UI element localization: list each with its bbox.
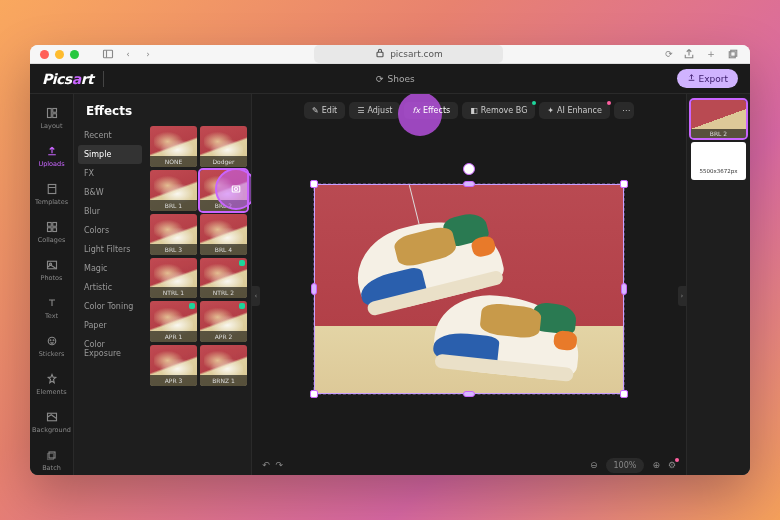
resize-handle[interactable] bbox=[463, 181, 475, 187]
resize-handle[interactable] bbox=[620, 390, 628, 398]
address-bar[interactable]: picsart.com bbox=[314, 45, 503, 63]
rail-elements[interactable]: Elements bbox=[32, 366, 72, 402]
effect-thumb[interactable]: APR 3 bbox=[150, 345, 197, 386]
layer-canvas[interactable]: 5500x3672px bbox=[691, 142, 746, 180]
rail-background[interactable]: Background bbox=[32, 404, 72, 440]
tab-removebg[interactable]: ◧Remove BG bbox=[462, 102, 535, 119]
titlebar: ‹ › picsart.com ⟳ + bbox=[30, 45, 750, 64]
effect-thumb[interactable]: Dodger bbox=[200, 126, 247, 167]
window-controls bbox=[40, 50, 79, 59]
rail-stickers[interactable]: Stickers bbox=[32, 328, 72, 364]
left-rail: Layout Uploads Templates Collages Photos… bbox=[30, 94, 74, 475]
svg-rect-10 bbox=[47, 223, 51, 227]
svg-rect-22 bbox=[232, 186, 240, 192]
cat-magic[interactable]: Magic bbox=[74, 259, 146, 278]
url-text: picsart.com bbox=[390, 49, 443, 59]
settings-icon[interactable]: ⚙ bbox=[668, 460, 676, 470]
svg-rect-12 bbox=[47, 228, 51, 232]
resize-handle[interactable] bbox=[620, 180, 628, 188]
maximize-window[interactable] bbox=[70, 50, 79, 59]
cat-bw[interactable]: B&W bbox=[74, 183, 146, 202]
effect-thumb[interactable]: APR 2 bbox=[200, 301, 247, 342]
effect-thumb[interactable]: APR 1 bbox=[150, 301, 197, 342]
reload-icon[interactable]: ⟳ bbox=[662, 47, 676, 61]
layers-panel: BRL 2 5500x3672px bbox=[686, 94, 750, 475]
sync-icon: ⟳ bbox=[376, 74, 384, 84]
new-tab-icon[interactable]: + bbox=[704, 47, 718, 61]
rail-uploads[interactable]: Uploads bbox=[32, 138, 72, 174]
resize-handle[interactable] bbox=[621, 283, 627, 295]
rail-photos[interactable]: Photos bbox=[32, 252, 72, 288]
resize-handle[interactable] bbox=[311, 283, 317, 295]
cat-paper[interactable]: Paper bbox=[74, 316, 146, 335]
svg-rect-4 bbox=[731, 50, 737, 56]
resize-handle[interactable] bbox=[310, 180, 318, 188]
removebg-icon: ◧ bbox=[470, 106, 478, 115]
collapse-right-icon[interactable]: › bbox=[678, 286, 686, 306]
tool-tabs: ✎Edit ☰Adjust fxEffects ◧Remove BG ✦AI E… bbox=[252, 94, 686, 126]
effect-thumb[interactable]: BRL 3 bbox=[150, 214, 197, 255]
layer-active[interactable]: BRL 2 bbox=[691, 100, 746, 138]
effect-thumb[interactable]: NTRL 2 bbox=[200, 258, 247, 299]
svg-rect-2 bbox=[377, 52, 383, 57]
cat-recent[interactable]: Recent bbox=[74, 126, 146, 145]
cat-fx[interactable]: FX bbox=[74, 164, 146, 183]
rail-batch[interactable]: Batch bbox=[32, 442, 72, 475]
effects-panel: Effects Recent Simple FX B&W Blur Colors… bbox=[74, 94, 252, 475]
canvas[interactable] bbox=[252, 126, 686, 452]
more-button[interactable]: ⋯ bbox=[614, 102, 634, 119]
zoom-in-icon[interactable]: ⊕ bbox=[652, 460, 660, 470]
bottom-toolbar: ↶ ↷ ⊖ 100% ⊕ ⚙ bbox=[252, 452, 686, 475]
back-button[interactable]: ‹ bbox=[121, 47, 135, 61]
svg-rect-3 bbox=[729, 52, 735, 58]
zoom-out-icon[interactable]: ⊖ bbox=[590, 460, 598, 470]
tab-edit[interactable]: ✎Edit bbox=[304, 102, 345, 119]
main-area: Layout Uploads Templates Collages Photos… bbox=[30, 94, 750, 475]
close-window[interactable] bbox=[40, 50, 49, 59]
tab-aienhance[interactable]: ✦AI Enhance bbox=[539, 102, 610, 119]
svg-point-17 bbox=[50, 340, 51, 341]
share-icon[interactable] bbox=[682, 47, 696, 61]
rotate-handle[interactable] bbox=[463, 163, 475, 175]
effect-thumb[interactable]: BRNZ 1 bbox=[200, 345, 247, 386]
effect-thumb[interactable]: NTRL 1 bbox=[150, 258, 197, 299]
cat-blur[interactable]: Blur bbox=[74, 202, 146, 221]
cursor-highlight bbox=[215, 168, 251, 210]
cat-simple[interactable]: Simple bbox=[78, 145, 142, 164]
cat-artistic[interactable]: Artistic bbox=[74, 278, 146, 297]
effect-categories: Recent Simple FX B&W Blur Colors Light F… bbox=[74, 124, 146, 475]
tab-adjust[interactable]: ☰Adjust bbox=[349, 102, 400, 119]
resize-handle[interactable] bbox=[310, 390, 318, 398]
tabs-icon[interactable] bbox=[726, 47, 740, 61]
effect-thumb[interactable]: BRL 4 bbox=[200, 214, 247, 255]
collapse-left-icon[interactable]: ‹ bbox=[252, 286, 260, 306]
cat-exposure[interactable]: Color Exposure bbox=[74, 335, 146, 363]
rail-templates[interactable]: Templates bbox=[32, 176, 72, 212]
selected-photo[interactable] bbox=[314, 184, 624, 394]
export-icon bbox=[687, 73, 696, 84]
app-topbar: Picsart ⟳ Shoes Export bbox=[30, 64, 750, 94]
rail-text[interactable]: Text bbox=[32, 290, 72, 326]
redo-icon[interactable]: ↷ bbox=[276, 460, 284, 470]
svg-point-18 bbox=[53, 340, 54, 341]
svg-rect-0 bbox=[104, 50, 113, 58]
resize-handle[interactable] bbox=[463, 391, 475, 397]
zoom-level[interactable]: 100% bbox=[606, 458, 645, 473]
export-button[interactable]: Export bbox=[677, 69, 738, 88]
rail-layout[interactable]: Layout bbox=[32, 100, 72, 136]
logo[interactable]: Picsart bbox=[42, 71, 93, 87]
sidebar-toggle-icon[interactable] bbox=[101, 47, 115, 61]
cat-toning[interactable]: Color Toning bbox=[74, 297, 146, 316]
minimize-window[interactable] bbox=[55, 50, 64, 59]
lock-icon bbox=[374, 47, 386, 61]
file-tab[interactable]: ⟳ Shoes bbox=[114, 74, 676, 84]
cat-colors[interactable]: Colors bbox=[74, 221, 146, 240]
forward-button[interactable]: › bbox=[141, 47, 155, 61]
tab-effects[interactable]: fxEffects bbox=[404, 102, 458, 119]
effect-thumb[interactable]: BRL 1 bbox=[150, 170, 197, 211]
rail-collages[interactable]: Collages bbox=[32, 214, 72, 250]
cat-light[interactable]: Light Filters bbox=[74, 240, 146, 259]
effect-thumb[interactable]: NONE bbox=[150, 126, 197, 167]
undo-icon[interactable]: ↶ bbox=[262, 460, 270, 470]
svg-rect-20 bbox=[49, 452, 55, 458]
